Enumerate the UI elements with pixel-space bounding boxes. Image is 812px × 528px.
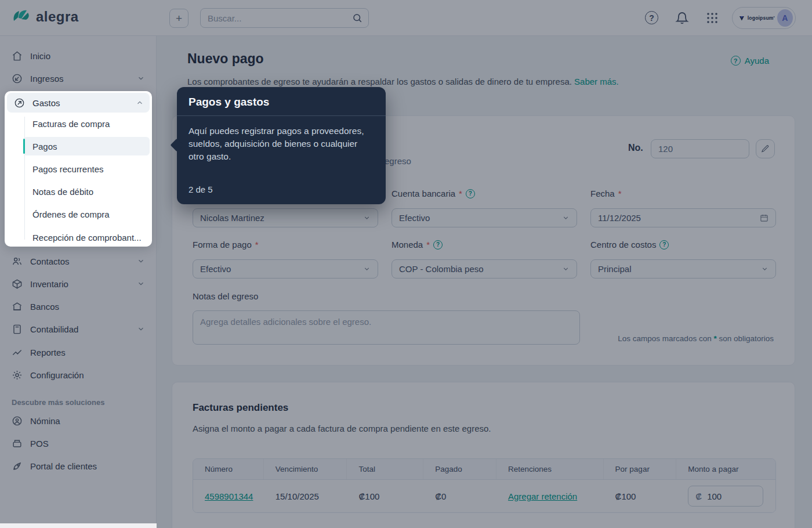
submenu-item-pagos[interactable]: Pagos bbox=[23, 137, 150, 155]
sidebar-item-label: Gastos bbox=[32, 98, 60, 108]
expense-arrow-icon bbox=[14, 97, 25, 109]
app-screen: alegra + ? logoipsum' A Inicio Ingresos … bbox=[0, 0, 812, 528]
submenu-item-pagos-recurrentes[interactable]: Pagos recurrentes bbox=[23, 160, 150, 178]
sidebar-item-gastos[interactable]: Gastos bbox=[7, 93, 150, 113]
submenu-item-recepcion-comprobantes[interactable]: Recepción de comprobant... bbox=[23, 228, 150, 247]
tour-tooltip: Pagos y gastos Aquí puedes registrar pag… bbox=[177, 87, 386, 204]
submenu-item-ordenes-de-compra[interactable]: Órdenes de compra bbox=[23, 205, 150, 223]
tour-dim-overlay bbox=[0, 0, 812, 528]
tooltip-step-counter: 2 de 5 bbox=[188, 185, 213, 194]
gastos-menu-spotlight: Gastos Facturas de compra Pagos Pagos re… bbox=[5, 91, 152, 247]
submenu-item-facturas-de-compra[interactable]: Facturas de compra bbox=[23, 114, 150, 133]
submenu-item-notas-de-debito[interactable]: Notas de débito bbox=[23, 182, 150, 201]
tooltip-body: Aquí puedes registrar pagos a proveedore… bbox=[177, 116, 386, 163]
tooltip-title: Pagos y gastos bbox=[177, 87, 386, 116]
chevron-up-icon bbox=[136, 99, 144, 107]
sidebar-bottom-highlight bbox=[0, 523, 157, 528]
